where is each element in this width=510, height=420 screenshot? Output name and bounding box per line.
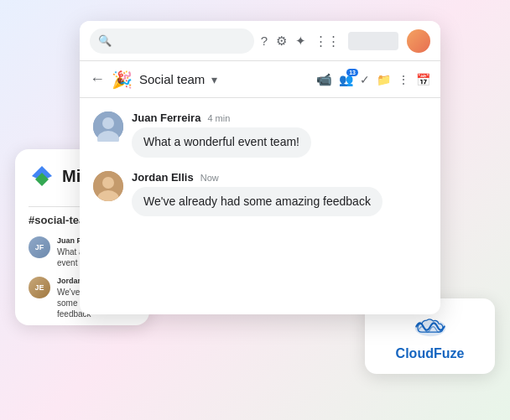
message-content: Jordan Ellis Now We've already had some …: [132, 171, 427, 217]
sender-name: Jordan Ellis: [132, 171, 194, 184]
settings-icon[interactable]: ⚙: [276, 34, 287, 49]
cloudfuze-name: CloudFuze: [396, 346, 465, 361]
team-dropdown-icon[interactable]: ▾: [211, 73, 217, 86]
more-icon[interactable]: ⋮: [398, 73, 409, 86]
table-row: Jordan Ellis Now We've already had some …: [93, 171, 427, 217]
header-actions: 📹 👥 13 ✓ 📁 ⋮ 📅: [316, 72, 430, 87]
video-icon[interactable]: 📹: [316, 72, 332, 87]
user-avatar[interactable]: [407, 29, 430, 53]
sparkle-icon[interactable]: ✦: [295, 34, 306, 49]
mio-icon: [29, 163, 55, 189]
search-bar[interactable]: 🔍: [90, 29, 254, 54]
account-switcher[interactable]: [348, 32, 398, 50]
svg-point-6: [102, 177, 114, 189]
avatar: JF: [29, 236, 50, 258]
message-time: Now: [200, 173, 219, 183]
message-time: 4 min: [207, 113, 230, 123]
cloudfuze-logo: [409, 312, 451, 341]
svg-point-3: [102, 117, 114, 129]
message-bubble: What a wonderful event team!: [132, 127, 311, 158]
topbar-icons: ? ⚙ ✦ ⋮⋮: [261, 29, 430, 53]
avatar: JE: [29, 277, 50, 298]
message-bubble: We've already had some amazing feedback: [132, 187, 382, 217]
members-badge: 13: [346, 69, 358, 76]
message-meta: Juan Ferreira 4 min: [132, 111, 427, 124]
apps-icon[interactable]: ⋮⋮: [315, 34, 340, 49]
chat-body: Juan Ferreira 4 min What a wonderful eve…: [80, 98, 440, 243]
sender-name: Juan Ferreira: [132, 111, 200, 124]
chat-topbar: 🔍 ? ⚙ ✦ ⋮⋮: [80, 21, 440, 61]
avatar: [93, 111, 123, 142]
back-button[interactable]: ←: [90, 70, 105, 88]
team-name: Social team: [139, 72, 205, 86]
avatar: [93, 171, 123, 201]
help-icon[interactable]: ?: [261, 34, 268, 48]
team-emoji-icon: 🎉: [112, 70, 133, 90]
cloudfuze-icon: [409, 312, 451, 341]
chat-card: 🔍 ? ⚙ ✦ ⋮⋮ ← 🎉 Social team ▾ 📹 👥 13 ✓ 📁 …: [80, 21, 440, 314]
message-content: Juan Ferreira 4 min What a wonderful eve…: [132, 111, 427, 158]
files-icon[interactable]: 📁: [377, 73, 391, 86]
table-row: Juan Ferreira 4 min What a wonderful eve…: [93, 111, 427, 158]
message-meta: Jordan Ellis Now: [132, 171, 427, 184]
tasks-icon[interactable]: ✓: [360, 73, 370, 86]
calendar-icon[interactable]: 📅: [416, 73, 430, 86]
members-icon[interactable]: 👥 13: [339, 73, 353, 86]
search-icon: 🔍: [98, 34, 112, 47]
chat-header: ← 🎉 Social team ▾ 📹 👥 13 ✓ 📁 ⋮ 📅: [80, 61, 440, 98]
